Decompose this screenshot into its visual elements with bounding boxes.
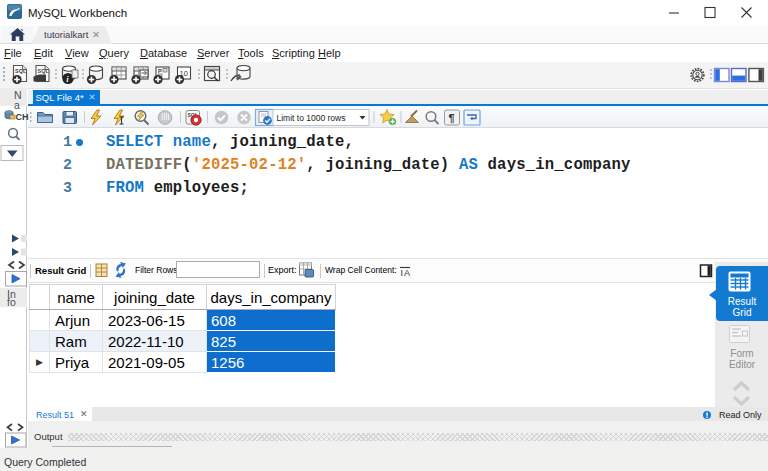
svg-text:¶: ¶ (449, 112, 455, 124)
svg-text:Limit to 1000 rows: Limit to 1000 rows (277, 113, 346, 123)
svg-text:CH: CH (16, 112, 29, 122)
svg-text:P: P (158, 68, 162, 74)
svg-text:I: I (401, 268, 404, 278)
svg-text:A: A (404, 268, 410, 278)
